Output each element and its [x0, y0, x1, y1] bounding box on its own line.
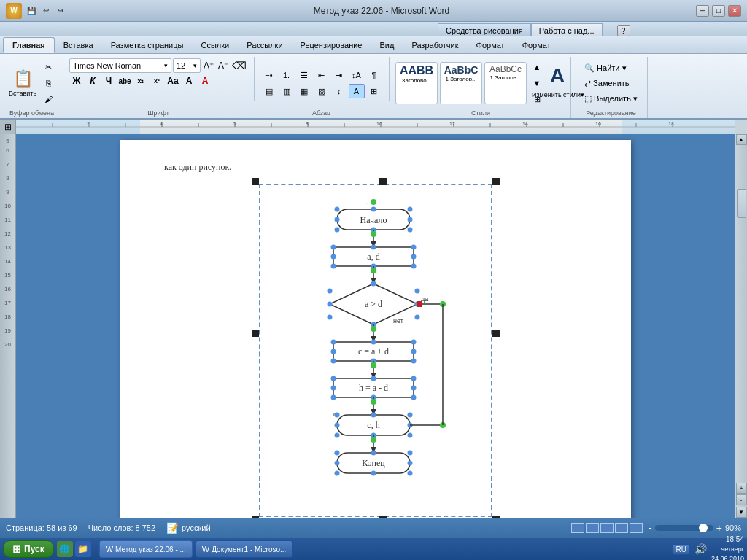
start-button[interactable]: ⊞ Пуск [3, 540, 54, 558]
replace-btn[interactable]: ⇄ Заменить [581, 77, 640, 90]
tab-dev[interactable]: Разработчик [403, 37, 467, 53]
superscript-btn[interactable]: x² [150, 74, 164, 88]
zoom-in-icon[interactable]: + [716, 522, 722, 534]
scroll-down-btn[interactable]: ▼ [736, 507, 747, 518]
sound-icon[interactable]: 🔊 [694, 543, 707, 555]
tab-layout[interactable]: Разметка страницы [102, 37, 193, 53]
handle-tl[interactable] [252, 178, 259, 185]
justify-btn[interactable]: ▧ [314, 84, 330, 98]
handle-tr[interactable] [492, 178, 500, 185]
handle-mr[interactable] [492, 330, 500, 337]
numbering-btn[interactable]: 1. [279, 68, 295, 82]
save-quick-btn[interactable]: 💾 [25, 5, 38, 17]
paste-button[interactable]: 📋 Вставить [7, 61, 38, 106]
change-styles-btn[interactable]: Изменить стили▾ [550, 88, 566, 102]
case-btn[interactable]: Аа [166, 74, 180, 88]
ie-btn[interactable]: 🌐 [57, 541, 73, 557]
handle-ml[interactable] [252, 330, 259, 337]
clear-format-btn[interactable]: ⌫ [231, 58, 247, 73]
folder-btn[interactable]: 📁 [75, 541, 91, 557]
view-outline-btn[interactable] [630, 523, 643, 533]
font-size-selector[interactable]: 12 ▾ [173, 58, 201, 73]
svg-rect-28 [16, 120, 140, 134]
handle-bl[interactable] [252, 516, 259, 518]
zoom-value: 90% [725, 524, 741, 532]
highlight-btn[interactable]: A [182, 74, 196, 88]
handle-bc[interactable] [379, 516, 387, 518]
tab-insert[interactable]: Вставка [55, 37, 102, 53]
vertical-scrollbar[interactable]: ▲ + - ▼ [735, 134, 747, 518]
copy-button[interactable]: ⎘ [40, 76, 56, 90]
ctx-help-btn[interactable]: ? [617, 25, 630, 36]
undo-quick-btn[interactable]: ↩ [39, 5, 53, 17]
sort-btn[interactable]: ↕A [349, 68, 365, 82]
bold-btn[interactable]: Ж [69, 74, 84, 88]
taskbar-app2[interactable]: W Документ1 - Microso... [196, 540, 293, 558]
view-web-btn[interactable] [615, 523, 628, 533]
format-painter-button[interactable]: 🖌 [40, 92, 56, 106]
select-btn[interactable]: ⬚ Выделить ▾ [581, 93, 640, 105]
handle-br[interactable] [492, 516, 500, 518]
cut-button[interactable]: ✂ [40, 60, 56, 74]
zoom-slider[interactable] [655, 525, 713, 531]
line-spacing-btn[interactable]: ↕ [331, 84, 347, 98]
bullets-btn[interactable]: ≡• [261, 68, 277, 82]
zoom-thumb[interactable] [699, 524, 708, 532]
scroll-thumb[interactable] [737, 189, 746, 218]
font-grow-btn[interactable]: A⁺ [202, 59, 215, 72]
align-right-btn[interactable]: ▦ [296, 84, 312, 98]
italic-btn[interactable]: К [85, 74, 100, 88]
tab-home[interactable]: Главная [3, 37, 55, 53]
multilevel-btn[interactable]: ☰ [296, 68, 312, 82]
align-center-btn[interactable]: ▥ [279, 84, 295, 98]
zoom-in-btn[interactable]: + [736, 483, 747, 494]
styles-scroll-up[interactable]: ▲ [529, 60, 545, 74]
styles-scroll-down[interactable]: ▼ [529, 76, 545, 90]
view-print-btn[interactable] [600, 523, 614, 533]
zoom-out-icon[interactable]: - [649, 522, 652, 534]
borders-btn[interactable]: ⊞ [366, 84, 382, 98]
tab-mailing[interactable]: Рассылки [238, 37, 291, 53]
para-label: Абзац [312, 109, 330, 117]
decrease-indent-btn[interactable]: ⇤ [314, 68, 330, 82]
language-btn[interactable]: RU [673, 544, 690, 555]
font-shrink-btn[interactable]: A⁻ [217, 59, 230, 72]
find-btn[interactable]: 🔍 Найти ▾ [581, 62, 640, 74]
shading-btn[interactable]: A [349, 84, 365, 98]
flowchart-box: Начало 1 [259, 184, 492, 517]
svg-text:12: 12 [449, 121, 455, 126]
increase-indent-btn[interactable]: ⇥ [331, 68, 347, 82]
tab-review[interactable]: Рецензирование [292, 37, 371, 53]
svg-point-95 [331, 386, 336, 391]
show-marks-btn[interactable]: ¶ [366, 68, 382, 82]
tab-view[interactable]: Вид [371, 37, 403, 53]
context-tab-drawing[interactable]: Средства рисования [438, 23, 531, 36]
strike-btn[interactable]: abe [117, 74, 132, 88]
svg-point-110 [371, 413, 376, 418]
zoom-out-btn[interactable]: - [736, 494, 747, 505]
tab-format[interactable]: Формат [468, 37, 514, 53]
style-heading1[interactable]: AABB Заголово... [395, 62, 438, 104]
close-btn[interactable]: ✕ [728, 5, 741, 17]
context-tab-work[interactable]: Работа с над... [531, 23, 603, 36]
minimize-btn[interactable]: ─ [696, 5, 709, 17]
tab-format2[interactable]: Формат [514, 37, 560, 53]
underline-btn[interactable]: Ч [101, 74, 116, 88]
maximize-btn[interactable]: □ [712, 5, 725, 17]
subscript-btn[interactable]: x₂ [133, 74, 148, 88]
view-normal-btn[interactable] [571, 523, 584, 533]
align-left-btn[interactable]: ▤ [261, 84, 277, 98]
font-color-btn[interactable]: A [198, 74, 212, 88]
flowchart-group[interactable]: Начало 1 [237, 184, 514, 517]
style-heading1b[interactable]: AaBbC 1 Заголов... [440, 62, 482, 104]
handle-tc[interactable] [379, 178, 387, 185]
taskbar-app1[interactable]: W Метод указ 22.06 - ... [99, 540, 193, 558]
redo-quick-btn[interactable]: ↪ [54, 5, 67, 17]
document-scroll[interactable]: как один рисунок. Начало [16, 134, 735, 518]
view-reading-btn[interactable] [586, 523, 599, 533]
scroll-up-btn[interactable]: ▲ [736, 134, 747, 145]
style-heading1c[interactable]: AaBbCc 1 Заголов... [484, 62, 527, 104]
tab-refs[interactable]: Ссылки [192, 37, 238, 53]
svg-point-85 [331, 340, 336, 345]
font-name-selector[interactable]: Times New Roman ▾ [69, 58, 171, 73]
